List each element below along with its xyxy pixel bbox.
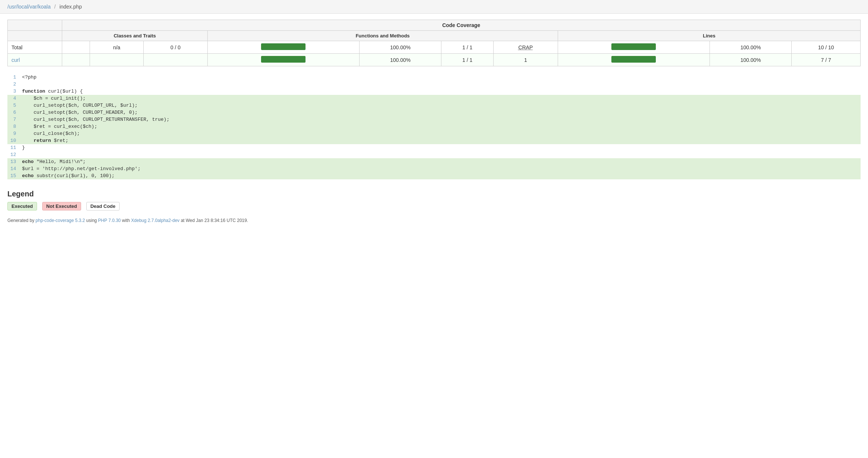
line-code [22,81,861,88]
file-link[interactable]: curl [11,57,20,63]
classes-ratio: 0 / 0 [144,41,208,54]
lines-bar-cell [558,54,710,66]
row-name: Total [8,41,62,54]
code-line: 5 curl_setopt($ch, CURLOPT_URL, $url); [7,102,861,109]
footer-using: using [85,218,98,223]
col-lines-header: Lines [558,31,860,41]
classes-ratio [144,54,208,66]
line-code: curl_setopt($ch, CURLOPT_URL, $url); [22,102,861,109]
classes-bar-cell [62,41,90,54]
legend-items: ExecutedNot ExecutedDead Code [7,202,861,210]
code-coverage-header: Code Coverage [62,20,861,31]
line-code: curl_setopt($ch, CURLOPT_HEADER, 0); [22,109,861,116]
breadcrumb: /usr/local/var/koala / index.php [0,0,868,14]
code-line: 3function curl($url) { [7,88,861,95]
breadcrumb-path[interactable]: /usr/local/var/koala [7,4,51,10]
line-number: 15 [7,172,22,179]
table-row: Totaln/a0 / 0100.00%1 / 1CRAP100.00%10 /… [8,41,861,54]
code-table: 1<?php23function curl($url) {4 $ch = cur… [7,74,861,179]
legend-badge-executed: Executed [7,202,37,210]
line-code: echo substr(curl($url), 0, 100); [22,172,861,179]
footer: Generated by php-code-coverage 5.3.2 usi… [7,218,861,223]
line-number: 14 [7,165,22,172]
functions-pct: 100.00% [359,41,441,54]
crap-value: CRAP [493,41,558,54]
line-number: 10 [7,137,22,144]
code-line: 12 [7,151,861,158]
col-name-header [8,31,62,41]
footer-with: with [121,218,131,223]
lines-pct: 100.00% [710,54,792,66]
col-classes-header: Classes and Traits [62,31,208,41]
main-content: Code Coverage Classes and Traits Functio… [0,14,868,229]
footer-tool-link[interactable]: php-code-coverage 5.3.2 [36,218,85,223]
functions-bar-cell [207,54,359,66]
code-line: 6 curl_setopt($ch, CURLOPT_HEADER, 0); [7,109,861,116]
lines-pct: 100.00% [710,41,792,54]
functions-ratio: 1 / 1 [441,54,493,66]
line-number: 11 [7,144,22,151]
coverage-table: Code Coverage Classes and Traits Functio… [7,20,861,66]
line-number: 8 [7,123,22,130]
code-line: 13echo "Hello, Midi!\n"; [7,158,861,165]
code-line: 10 return $ret; [7,137,861,144]
line-number: 12 [7,151,22,158]
line-code [22,151,861,158]
line-code: return $ret; [22,137,861,144]
legend-title: Legend [7,190,861,198]
line-code: $ch = curl_init(); [22,95,861,102]
line-number: 9 [7,130,22,137]
footer-at: at Wed Jan 23 8:34:16 UTC 2019. [180,218,248,223]
table-row: curl100.00%1 / 11100.00%7 / 7 [8,54,861,66]
line-number: 2 [7,81,22,88]
line-number: 4 [7,95,22,102]
functions-ratio: 1 / 1 [441,41,493,54]
line-code: } [22,144,861,151]
code-line: 11} [7,144,861,151]
lines-ratio: 10 / 10 [792,41,861,54]
line-code: echo "Hello, Midi!\n"; [22,158,861,165]
line-code: <?php [22,74,861,81]
line-number: 6 [7,109,22,116]
footer-php-link[interactable]: PHP 7.0.30 [98,218,121,223]
code-line: 8 $ret = curl_exec($ch); [7,123,861,130]
code-line: 4 $ch = curl_init(); [7,95,861,102]
lines-ratio: 7 / 7 [792,54,861,66]
code-line: 7 curl_setopt($ch, CURLOPT_RETURNTRANSFE… [7,116,861,123]
line-code: curl_close($ch); [22,130,861,137]
line-number: 5 [7,102,22,109]
col-functions-header: Functions and Methods [207,31,558,41]
code-line: 2 [7,81,861,88]
line-code: function curl($url) { [22,88,861,95]
row-name[interactable]: curl [8,54,62,66]
line-number: 3 [7,88,22,95]
functions-pct: 100.00% [359,54,441,66]
breadcrumb-file: index.php [59,4,82,10]
code-line: 9 curl_close($ch); [7,130,861,137]
classes-bar-cell [62,54,90,66]
line-number: 7 [7,116,22,123]
legend-badge-not-executed: Not Executed [42,202,81,210]
footer-generated-by: Generated by [7,218,36,223]
line-number: 1 [7,74,22,81]
lines-bar-cell [558,41,710,54]
footer-xdebug-link[interactable]: Xdebug 2.7.0alpha2-dev [131,218,180,223]
legend-section: Legend ExecutedNot ExecutedDead Code [7,190,861,210]
line-number: 13 [7,158,22,165]
empty-header [8,20,62,31]
functions-bar-cell [207,41,359,54]
classes-val [90,54,144,66]
line-code: $url = 'http://php.net/get-involved.php'… [22,165,861,172]
crap-value: 1 [493,54,558,66]
code-line: 14$url = 'http://php.net/get-involved.ph… [7,165,861,172]
legend-badge-dead-code: Dead Code [86,202,120,210]
line-code: curl_setopt($ch, CURLOPT_RETURNTRANSFER,… [22,116,861,123]
breadcrumb-separator: / [54,4,56,10]
classes-val: n/a [90,41,144,54]
code-line: 1<?php [7,74,861,81]
line-code: $ret = curl_exec($ch); [22,123,861,130]
code-line: 15echo substr(curl($url), 0, 100); [7,172,861,179]
